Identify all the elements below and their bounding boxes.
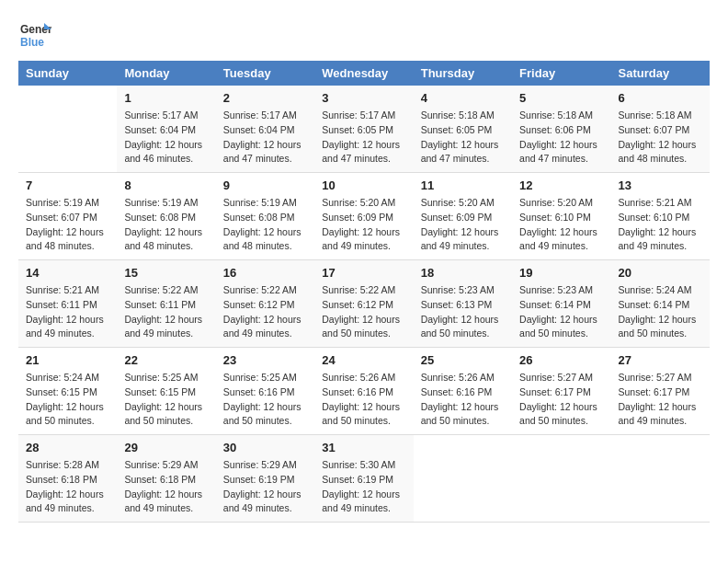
day-number: 3 xyxy=(322,91,405,105)
day-info: Sunrise: 5:24 AMSunset: 6:15 PMDaylight:… xyxy=(26,371,109,429)
day-number: 31 xyxy=(322,441,405,454)
day-info: Sunrise: 5:22 AMSunset: 6:12 PMDaylight:… xyxy=(223,283,307,341)
day-info: Sunrise: 5:19 AMSunset: 6:07 PMDaylight:… xyxy=(26,196,109,254)
day-number: 10 xyxy=(322,178,405,192)
day-cell: 21Sunrise: 5:24 AMSunset: 6:15 PMDayligh… xyxy=(18,348,117,435)
day-info: Sunrise: 5:21 AMSunset: 6:10 PMDaylight:… xyxy=(619,196,702,254)
day-cell: 13Sunrise: 5:21 AMSunset: 6:10 PMDayligh… xyxy=(611,173,710,260)
day-number: 11 xyxy=(421,178,505,192)
day-info: Sunrise: 5:18 AMSunset: 6:06 PMDaylight:… xyxy=(519,109,603,167)
day-number: 22 xyxy=(124,353,208,367)
day-info: Sunrise: 5:24 AMSunset: 6:14 PMDaylight:… xyxy=(619,283,702,341)
day-cell: 8Sunrise: 5:19 AMSunset: 6:08 PMDaylight… xyxy=(117,173,215,260)
col-header-wednesday: Wednesday xyxy=(314,61,413,86)
col-header-tuesday: Tuesday xyxy=(216,61,314,86)
day-info: Sunrise: 5:22 AMSunset: 6:12 PMDaylight:… xyxy=(322,283,405,341)
day-cell: 9Sunrise: 5:19 AMSunset: 6:08 PMDaylight… xyxy=(216,173,314,260)
day-number: 24 xyxy=(322,353,405,367)
day-cell: 3Sunrise: 5:17 AMSunset: 6:05 PMDaylight… xyxy=(314,86,413,173)
day-number: 30 xyxy=(223,441,307,454)
day-number: 26 xyxy=(519,353,603,367)
day-info: Sunrise: 5:30 AMSunset: 6:19 PMDaylight:… xyxy=(322,458,405,516)
day-cell: 27Sunrise: 5:27 AMSunset: 6:17 PMDayligh… xyxy=(611,348,710,435)
svg-text:Blue: Blue xyxy=(20,36,44,49)
col-header-monday: Monday xyxy=(117,61,215,86)
day-cell: 24Sunrise: 5:26 AMSunset: 6:16 PMDayligh… xyxy=(314,348,413,435)
day-cell: 6Sunrise: 5:18 AMSunset: 6:07 PMDaylight… xyxy=(611,86,710,173)
week-row-5: 28Sunrise: 5:28 AMSunset: 6:18 PMDayligh… xyxy=(18,435,710,523)
week-row-1: 1Sunrise: 5:17 AMSunset: 6:04 PMDaylight… xyxy=(18,86,710,173)
day-cell: 18Sunrise: 5:23 AMSunset: 6:13 PMDayligh… xyxy=(414,260,512,348)
day-number: 23 xyxy=(223,353,307,367)
logo: General Blue xyxy=(18,18,51,52)
day-number: 28 xyxy=(26,441,109,454)
day-info: Sunrise: 5:23 AMSunset: 6:14 PMDaylight:… xyxy=(519,283,603,341)
day-cell xyxy=(611,435,710,523)
day-number: 19 xyxy=(519,266,603,280)
logo-icon: General Blue xyxy=(18,18,51,52)
day-cell: 7Sunrise: 5:19 AMSunset: 6:07 PMDaylight… xyxy=(18,173,117,260)
day-cell xyxy=(512,435,610,523)
day-info: Sunrise: 5:25 AMSunset: 6:15 PMDaylight:… xyxy=(124,371,208,429)
day-number: 9 xyxy=(223,178,307,192)
week-row-4: 21Sunrise: 5:24 AMSunset: 6:15 PMDayligh… xyxy=(18,348,710,435)
day-number: 8 xyxy=(124,178,208,192)
day-number: 1 xyxy=(124,91,208,105)
col-header-friday: Friday xyxy=(512,61,610,86)
day-info: Sunrise: 5:17 AMSunset: 6:04 PMDaylight:… xyxy=(223,109,307,167)
day-info: Sunrise: 5:29 AMSunset: 6:18 PMDaylight:… xyxy=(124,458,208,516)
day-cell: 20Sunrise: 5:24 AMSunset: 6:14 PMDayligh… xyxy=(611,260,710,348)
day-cell xyxy=(414,435,512,523)
day-cell: 4Sunrise: 5:18 AMSunset: 6:05 PMDaylight… xyxy=(414,86,512,173)
calendar-table: SundayMondayTuesdayWednesdayThursdayFrid… xyxy=(18,61,710,523)
day-cell: 5Sunrise: 5:18 AMSunset: 6:06 PMDaylight… xyxy=(512,86,610,173)
day-cell: 15Sunrise: 5:22 AMSunset: 6:11 PMDayligh… xyxy=(117,260,215,348)
day-cell: 25Sunrise: 5:26 AMSunset: 6:16 PMDayligh… xyxy=(414,348,512,435)
day-cell xyxy=(18,86,117,173)
day-info: Sunrise: 5:20 AMSunset: 6:09 PMDaylight:… xyxy=(421,196,505,254)
day-cell: 1Sunrise: 5:17 AMSunset: 6:04 PMDaylight… xyxy=(117,86,215,173)
day-info: Sunrise: 5:19 AMSunset: 6:08 PMDaylight:… xyxy=(124,196,208,254)
day-info: Sunrise: 5:25 AMSunset: 6:16 PMDaylight:… xyxy=(223,371,307,429)
day-cell: 17Sunrise: 5:22 AMSunset: 6:12 PMDayligh… xyxy=(314,260,413,348)
day-info: Sunrise: 5:20 AMSunset: 6:10 PMDaylight:… xyxy=(519,196,603,254)
day-number: 17 xyxy=(322,266,405,280)
day-cell: 28Sunrise: 5:28 AMSunset: 6:18 PMDayligh… xyxy=(18,435,117,523)
day-number: 14 xyxy=(26,266,109,280)
day-number: 5 xyxy=(519,91,603,105)
day-cell: 16Sunrise: 5:22 AMSunset: 6:12 PMDayligh… xyxy=(216,260,314,348)
day-cell: 31Sunrise: 5:30 AMSunset: 6:19 PMDayligh… xyxy=(314,435,413,523)
day-info: Sunrise: 5:29 AMSunset: 6:19 PMDaylight:… xyxy=(223,458,307,516)
day-cell: 19Sunrise: 5:23 AMSunset: 6:14 PMDayligh… xyxy=(512,260,610,348)
day-cell: 12Sunrise: 5:20 AMSunset: 6:10 PMDayligh… xyxy=(512,173,610,260)
day-cell: 26Sunrise: 5:27 AMSunset: 6:17 PMDayligh… xyxy=(512,348,610,435)
day-number: 7 xyxy=(26,178,109,192)
day-info: Sunrise: 5:26 AMSunset: 6:16 PMDaylight:… xyxy=(322,371,405,429)
day-number: 15 xyxy=(124,266,208,280)
header: General Blue xyxy=(18,18,710,52)
col-header-thursday: Thursday xyxy=(414,61,512,86)
day-info: Sunrise: 5:27 AMSunset: 6:17 PMDaylight:… xyxy=(619,371,702,429)
day-number: 4 xyxy=(421,91,505,105)
col-header-saturday: Saturday xyxy=(611,61,710,86)
day-cell: 2Sunrise: 5:17 AMSunset: 6:04 PMDaylight… xyxy=(216,86,314,173)
day-info: Sunrise: 5:22 AMSunset: 6:11 PMDaylight:… xyxy=(124,283,208,341)
day-cell: 30Sunrise: 5:29 AMSunset: 6:19 PMDayligh… xyxy=(216,435,314,523)
day-info: Sunrise: 5:20 AMSunset: 6:09 PMDaylight:… xyxy=(322,196,405,254)
day-number: 25 xyxy=(421,353,505,367)
day-info: Sunrise: 5:28 AMSunset: 6:18 PMDaylight:… xyxy=(26,458,109,516)
day-number: 2 xyxy=(223,91,307,105)
day-cell: 10Sunrise: 5:20 AMSunset: 6:09 PMDayligh… xyxy=(314,173,413,260)
day-info: Sunrise: 5:23 AMSunset: 6:13 PMDaylight:… xyxy=(421,283,505,341)
day-info: Sunrise: 5:18 AMSunset: 6:05 PMDaylight:… xyxy=(421,109,505,167)
day-number: 18 xyxy=(421,266,505,280)
day-number: 29 xyxy=(124,441,208,454)
day-cell: 23Sunrise: 5:25 AMSunset: 6:16 PMDayligh… xyxy=(216,348,314,435)
day-number: 6 xyxy=(619,91,702,105)
week-row-3: 14Sunrise: 5:21 AMSunset: 6:11 PMDayligh… xyxy=(18,260,710,348)
day-info: Sunrise: 5:27 AMSunset: 6:17 PMDaylight:… xyxy=(519,371,603,429)
day-info: Sunrise: 5:18 AMSunset: 6:07 PMDaylight:… xyxy=(619,109,702,167)
col-header-sunday: Sunday xyxy=(18,61,117,86)
day-number: 27 xyxy=(619,353,702,367)
week-row-2: 7Sunrise: 5:19 AMSunset: 6:07 PMDaylight… xyxy=(18,173,710,260)
